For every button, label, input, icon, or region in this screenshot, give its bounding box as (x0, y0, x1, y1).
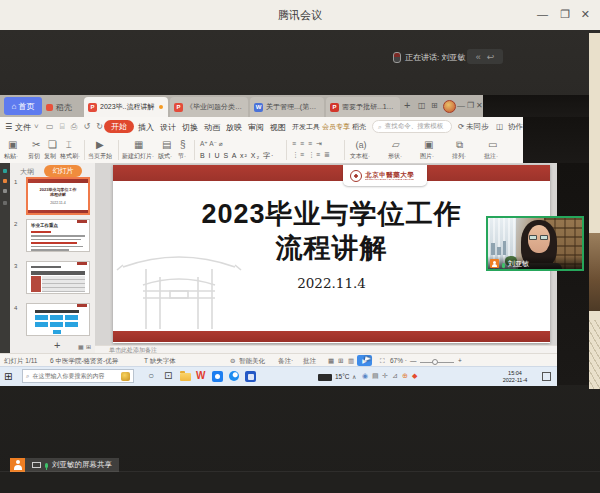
doc-tab[interactable]: P 《毕业问题分类总结 (170, 97, 248, 117)
textbox-label[interactable]: 文本框· (350, 152, 370, 161)
participant-video[interactable]: 刘亚敏 (486, 216, 584, 271)
list-controls[interactable]: ⋮≡ ⋮≡ ≣ (292, 151, 331, 159)
reply-icon[interactable]: ↩ (487, 52, 495, 62)
notes-placeholder[interactable]: 单击此处添加备注 (95, 345, 557, 353)
view-normal-icon[interactable]: ▦ (328, 357, 334, 365)
tencent-meeting-app-icon[interactable] (212, 371, 223, 382)
slides-tab[interactable]: 幻灯片 (44, 165, 82, 177)
view-sorter-icon[interactable]: ⊞ (338, 357, 343, 365)
layout-label[interactable]: 版式· (158, 152, 172, 161)
slide-thumbnail-4[interactable] (26, 303, 90, 336)
slide-thumbnail-1[interactable]: 2023毕业与学位工作 流程讲解 2022.11.4 (26, 177, 90, 215)
share-banner[interactable]: 刘亚敏的屏幕共享 (10, 458, 119, 472)
docer-tab[interactable]: 稻壳 (46, 99, 72, 115)
weather-label[interactable]: 15°C (335, 373, 350, 380)
font-style-controls[interactable]: B I U S A x² X₂ 字· (200, 151, 274, 161)
panel-view-icons2[interactable]: ⊞ (86, 343, 91, 350)
notification-center-icon[interactable] (542, 372, 551, 381)
browser-app-icon[interactable] (229, 371, 239, 381)
beautify-icon[interactable]: ⊖ (230, 357, 235, 365)
shape-label[interactable]: 形状· (388, 152, 402, 161)
copy-label[interactable]: 复制 (44, 152, 56, 161)
new-tab-button[interactable]: + (404, 99, 410, 111)
wps-restore-icon[interactable]: ❐ (467, 101, 474, 110)
tab-member[interactable]: 会员专享 (322, 122, 350, 132)
sync-icon[interactable]: ⟳ (458, 122, 464, 131)
doc-tab[interactable]: W 关于管理...(第一版) (250, 97, 324, 117)
textbox-icon[interactable]: ⒜ (356, 139, 366, 153)
picture-label[interactable]: 图片· (420, 152, 434, 161)
add-slide-button[interactable]: + (54, 339, 60, 351)
zoom-in-icon[interactable]: + (458, 357, 462, 364)
task-view-icon[interactable]: ⊡ (164, 370, 172, 381)
collab-icon[interactable]: ◫ (496, 122, 503, 131)
collab-label[interactable]: 协作 (508, 122, 523, 132)
align-controls[interactable]: ≡ ≡ ≡ ⇥ (292, 140, 323, 148)
tab-review[interactable]: 审阅 (248, 122, 264, 133)
tool-dot-icon[interactable] (3, 179, 7, 183)
cortana-icon[interactable]: ○ (148, 370, 154, 381)
clock[interactable]: 15:04 2022-11-4 (493, 370, 537, 383)
account-avatar[interactable] (443, 100, 456, 113)
paste-label[interactable]: 粘贴· (4, 152, 18, 161)
outline-tab[interactable]: 大纲 (20, 167, 34, 177)
tab-devtools[interactable]: 开发工具 (292, 122, 320, 132)
taskbar-search[interactable]: ⌕ 在这里输入你要搜索的内容 (22, 369, 134, 383)
tray-icon-1[interactable]: ◉ (362, 372, 368, 380)
wps-close-icon[interactable]: ✕ (476, 101, 483, 110)
maximize-button[interactable]: ❐ (560, 8, 570, 21)
beautify-button[interactable]: 智能美化 (239, 357, 265, 366)
tray-icon-5[interactable]: ⊕ (402, 372, 408, 380)
file-explorer-icon[interactable] (180, 373, 191, 381)
doc-tab[interactable]: P 需要予批研...11.pdf (326, 97, 400, 117)
grid-icon[interactable]: ⊞ (431, 101, 438, 110)
wps-home-button[interactable]: ⌂ 首页 (4, 97, 42, 115)
office-app-icon[interactable] (245, 371, 256, 382)
shape-icon[interactable]: ▱ (392, 139, 400, 150)
tab-view[interactable]: 视图 (270, 122, 286, 133)
reaction-toolbar[interactable]: « ↩ (467, 49, 503, 64)
paste-icon[interactable]: ▣ (8, 139, 17, 150)
close-button[interactable]: ✕ (581, 8, 590, 21)
cut-icon[interactable]: ✂ (32, 139, 40, 150)
tool-dot-icon[interactable] (3, 169, 7, 173)
section-icon[interactable]: § (180, 139, 186, 150)
zoom-out-icon[interactable]: — (410, 357, 417, 364)
tab-animation[interactable]: 动画 (204, 122, 220, 133)
doc-tab-active[interactable]: P 2023毕..流程讲解 (84, 97, 168, 117)
wps-minimize-icon[interactable]: — (457, 101, 465, 110)
slide-thumbnail-2[interactable]: 毕业工作重点 (26, 219, 90, 252)
chevrons-icon[interactable]: « (476, 52, 481, 62)
font-size-controls[interactable]: A⁺ A⁻ ⌀ (200, 140, 223, 148)
fit-icon[interactable]: ⛶ (380, 357, 385, 365)
arrange-icon[interactable]: ⧉ (456, 139, 463, 151)
comment-tool-icon[interactable]: ▭ (488, 139, 497, 150)
picture-icon[interactable]: ▣ (424, 139, 433, 150)
panel-view-icons[interactable]: ▦ (78, 343, 84, 350)
slide-thumbnail-3[interactable] (26, 261, 90, 294)
tray-expand-icon[interactable]: ∧ (352, 373, 356, 380)
comment-tool-label[interactable]: 批注· (484, 152, 498, 161)
wps-app-icon[interactable]: W (196, 370, 205, 381)
zoom-level[interactable]: 67% · (390, 357, 407, 364)
format-painter-icon[interactable]: ⌶ (66, 139, 72, 151)
tab-transition[interactable]: 切换 (182, 122, 198, 133)
tab-insert[interactable]: 插入 (138, 122, 154, 133)
tray-icon-2[interactable]: ▤ (372, 372, 379, 380)
new-slide-icon[interactable]: ▦ (134, 139, 143, 150)
comments-button[interactable]: 批注 (303, 357, 316, 366)
quick-access-icons[interactable]: ▭ ⌸ ⎙ ↺ ↻ (46, 122, 105, 132)
notes-button[interactable]: 备注· (278, 357, 293, 366)
tray-icon-3[interactable]: ✛ (382, 372, 388, 380)
section-label[interactable]: 节· (178, 152, 186, 161)
format-painter-label[interactable]: 格式刷· (60, 152, 80, 161)
tab-design[interactable]: 设计 (160, 122, 176, 133)
copy-icon[interactable]: ❏ (48, 139, 57, 150)
missing-font-warning[interactable]: T 缺失字体 (144, 357, 176, 366)
tool-dot-icon[interactable] (3, 201, 7, 205)
arrange-label[interactable]: 排列· (452, 152, 466, 161)
new-slide-label[interactable]: 新建幻灯片· (122, 152, 154, 161)
start-button[interactable]: ⊞ (4, 371, 12, 382)
tray-icon-6[interactable]: ◆ (412, 372, 417, 380)
zoom-slider-knob[interactable] (432, 359, 438, 365)
